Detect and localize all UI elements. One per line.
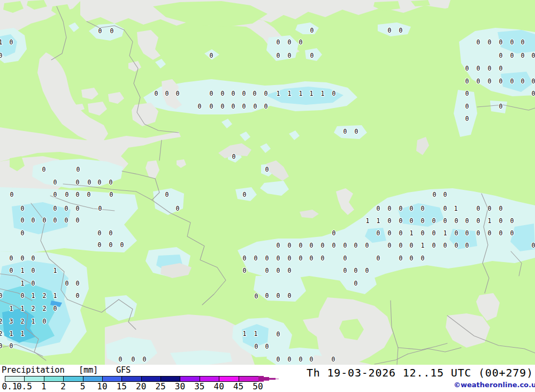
- grid-value: 0: [499, 217, 503, 225]
- grid-value: 0: [510, 229, 514, 237]
- colorbar-tick-label: 10: [97, 381, 107, 391]
- grid-value: 0: [232, 103, 235, 110]
- grid-value: 0: [98, 229, 102, 237]
- grid-value: 0: [54, 179, 57, 186]
- grid-value: 0: [310, 52, 314, 59]
- grid-value: 1: [454, 205, 458, 212]
- grid-value: 1: [321, 90, 325, 97]
- grid-value: 0: [332, 90, 336, 97]
- grid-value: 0: [421, 217, 425, 225]
- grid-value: 2: [21, 318, 25, 325]
- colorbar-tick-label: 40: [214, 381, 224, 391]
- grid-value: 0: [265, 343, 269, 350]
- grid-value: 0: [143, 356, 147, 363]
- grid-value: 0: [198, 103, 202, 110]
- grid-value: 0: [32, 255, 35, 262]
- grid-value: 0: [477, 205, 480, 212]
- grid-value: 0: [243, 267, 247, 274]
- colorbar-tick-label: 0.5: [17, 381, 32, 391]
- grid-value: 0: [465, 217, 469, 225]
- grid-value: 0: [421, 255, 425, 262]
- grid-value: 0: [277, 356, 280, 363]
- grid-value: 0: [444, 242, 447, 249]
- grid-value: 0: [65, 217, 68, 224]
- grid-value: 0: [0, 342, 3, 350]
- colorbar-tick-label: 15: [117, 381, 127, 391]
- grid-value: 0: [120, 241, 124, 249]
- grid-value: 2: [32, 305, 35, 312]
- grid-value: 1: [488, 217, 492, 225]
- grid-value: 0: [388, 217, 392, 225]
- grid-value: 0: [110, 27, 114, 35]
- grid-value: 0: [76, 217, 80, 224]
- grid-value: 0: [253, 90, 257, 97]
- grid-value: 0: [532, 78, 535, 85]
- grid-value: 0: [32, 217, 35, 224]
- grid-value: 0: [54, 217, 57, 224]
- grid-value: 0: [354, 280, 358, 287]
- grid-value: 1: [299, 90, 303, 97]
- grid-value: 0: [54, 191, 57, 198]
- grid-value: 0: [410, 255, 414, 262]
- grid-value: 0: [288, 356, 292, 363]
- colorbar-tick-label: 30: [175, 381, 185, 391]
- grid-value: 0: [165, 191, 169, 198]
- grid-value: 1: [377, 217, 380, 225]
- grid-value: 0: [388, 27, 392, 34]
- grid-value: 0: [444, 205, 447, 212]
- grid-value: 0: [499, 65, 503, 72]
- grid-value: 0: [399, 229, 403, 237]
- grid-value: 1: [21, 305, 25, 312]
- grid-value: 0: [488, 229, 492, 237]
- grid-value: 1: [410, 229, 414, 237]
- grid-value: 0: [98, 205, 102, 212]
- grid-value: 0: [21, 255, 25, 262]
- grid-value: 0: [455, 242, 458, 249]
- grid-value: 0: [32, 267, 35, 274]
- grid-value: 0: [488, 39, 492, 46]
- grid-value: 0: [42, 166, 46, 173]
- grid-value: 0: [310, 356, 314, 363]
- grid-value: 0: [310, 255, 314, 262]
- grid-value: 0: [210, 90, 213, 97]
- grid-value: 3: [10, 318, 13, 325]
- grid-value: 0: [21, 229, 25, 237]
- grid-value: 0: [532, 52, 535, 59]
- grid-value: 0: [10, 255, 13, 262]
- grid-value: 1: [21, 267, 25, 274]
- grid-value: 0: [332, 242, 336, 249]
- legend-title: Precipitation: [2, 365, 64, 375]
- grid-value: 0: [343, 242, 347, 249]
- grid-value: 0: [10, 191, 14, 198]
- grid-value: 0: [455, 229, 458, 237]
- grid-value: 0: [444, 191, 447, 198]
- grid-value: 0: [65, 191, 69, 198]
- copyright-link[interactable]: ©weatheronline.co.uk: [454, 381, 535, 389]
- grid-value: 0: [365, 242, 369, 249]
- grid-value: 0: [465, 90, 469, 97]
- grid-value: 0: [165, 90, 169, 97]
- grid-value: 0: [43, 318, 47, 325]
- grid-value: 1: [444, 229, 447, 237]
- grid-value: 0: [354, 267, 358, 274]
- grid-value: 0: [343, 128, 347, 135]
- colorbar-tick-label: 2: [60, 381, 66, 391]
- grid-value: 0: [119, 356, 123, 363]
- grid-value: 0: [410, 205, 414, 212]
- grid-value: 0: [277, 330, 280, 338]
- grid-value: 0: [455, 217, 458, 225]
- grid-value: 0: [488, 205, 492, 212]
- grid-value: 0: [377, 205, 380, 212]
- grid-value: 0: [109, 229, 113, 237]
- grid-value: 0: [277, 267, 280, 274]
- grid-value: 0: [288, 39, 292, 46]
- grid-value: 0: [76, 280, 80, 287]
- grid-value: 1: [421, 242, 425, 249]
- grid-value: 0: [264, 90, 268, 97]
- precipitation-map: 0000000000000000000000000000000000000000…: [0, 0, 535, 365]
- grid-value: 0: [98, 27, 102, 35]
- grid-value: 0: [288, 267, 292, 274]
- grid-value: 0: [10, 342, 13, 350]
- colorbar-tick-label: 0.1: [2, 381, 18, 391]
- grid-value: 2: [0, 330, 2, 337]
